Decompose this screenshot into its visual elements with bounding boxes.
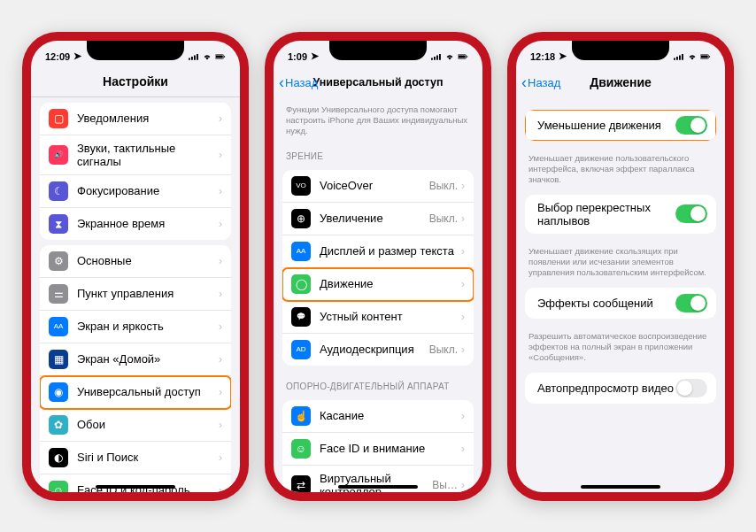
motion-toggle-row[interactable]: Эффекты сообщений [525,288,716,319]
speaker-icon: 🔊 [49,145,68,165]
svg-rect-1 [191,57,193,60]
toggle-switch[interactable] [675,116,707,135]
svg-rect-15 [676,57,678,60]
motion-toggle-row[interactable]: Уменьшение движения [525,110,716,141]
settings-row[interactable]: ☺Face ID и код-пароль› [40,474,231,492]
svg-rect-5 [216,55,223,58]
svg-rect-9 [436,55,438,59]
row-value: Выкл. [429,212,458,225]
svg-rect-10 [439,54,441,60]
motion-content[interactable]: Уменьшение движенияУменьшает движение по… [516,97,725,492]
accessibility-row[interactable]: 💬Устный контент› [282,301,474,334]
wifi-icon [202,52,212,61]
chevron-right-icon: › [219,218,222,230]
motion-icon: ◯ [291,274,311,294]
accessibility-row[interactable]: ⊕УвеличениеВыкл.› [282,203,474,235]
battery-icon [458,52,468,61]
battery-icon [215,52,226,61]
svg-rect-8 [434,57,436,60]
back-label: Назад [285,75,318,89]
aa-icon: AA [49,317,68,336]
signal-icon [189,52,199,61]
row-label: Обои [77,418,219,431]
face-icon: ☺ [291,439,311,459]
row-label: Касание [320,409,461,422]
accessibility-row[interactable]: ◯Движение› [282,268,474,301]
row-label: Звуки, тактильные сигналы [77,142,219,168]
accessibility-content[interactable]: Функции Универсального доступа помогают … [274,97,482,492]
row-label: Автопредпросмотр видео [537,382,675,395]
section-vision: ЗРЕНИЕ [274,141,482,165]
row-label: Дисплей и размер текста [320,244,461,258]
row-label: Аудиодескрипция [320,343,429,356]
chevron-right-icon: › [461,180,465,192]
chevron-right-icon: › [461,443,465,455]
motion-toggle-row[interactable]: Выбор перекрестных наплывов [525,195,716,234]
settings-row[interactable]: ⚙Основные› [40,245,231,278]
signal-icon [674,52,684,61]
footer-text: Уменьшает движение пользовательского инт… [516,146,725,189]
row-label: Фокусирование [77,184,219,197]
settings-row[interactable]: 🔊Звуки, тактильные сигналы› [40,135,231,175]
settings-row[interactable]: AAЭкран и яркость› [40,311,231,343]
vo-icon: VO [291,176,311,196]
settings-row[interactable]: ◐Siri и Поиск› [40,442,231,474]
row-label: Siri и Поиск [77,451,219,464]
toggle-switch[interactable] [675,379,707,397]
toggle-switch[interactable] [675,294,707,312]
row-label: Движение [320,277,461,290]
chevron-right-icon: › [219,386,222,398]
chevron-left-icon: ‹ [279,73,284,91]
footer-text: Уменьшает движение скользящих при появле… [516,239,725,282]
accessibility-row[interactable]: ☺Face ID и внимание› [282,433,474,466]
accessibility-row[interactable]: VOVoiceOverВыкл.› [282,170,474,203]
motion-toggle-row[interactable]: Автопредпросмотр видео [525,373,716,404]
svg-rect-7 [431,58,433,59]
chevron-right-icon: › [461,245,465,258]
accessibility-row[interactable]: ☝Касание› [282,400,474,433]
row-label: Уменьшение движения [537,119,675,132]
settings-content[interactable]: ▢Уведомления›🔊Звуки, тактильные сигналы›… [31,97,240,492]
settings-row[interactable]: ⚌Пункт управления› [40,278,231,311]
chevron-right-icon: › [219,484,222,492]
settings-row[interactable]: ✿Обои› [40,409,231,442]
settings-row[interactable]: ▦Экран «Домой»› [40,343,231,376]
row-value: Выкл. [429,343,458,356]
settings-row[interactable]: ⧗Экранное время› [40,208,231,240]
accessibility-row[interactable]: AAДисплей и размер текста› [282,235,474,268]
row-label: Экран и яркость [77,320,219,333]
back-label: Назад [528,75,560,89]
chevron-right-icon: › [219,353,222,366]
page-title: Настройки [103,74,168,89]
svg-rect-3 [197,54,198,60]
back-button[interactable]: ‹ Назад [521,73,560,91]
accessibility-row[interactable]: ADАудиодескрипцияВыкл.› [282,334,474,366]
grid-icon: ▦ [49,350,68,369]
settings-row[interactable]: ◉Универсальный доступ› [40,376,231,409]
toggle-switch[interactable] [675,204,707,223]
location-icon: ➤ [73,50,81,62]
description: Функции Универсального доступа помогают … [274,97,482,141]
chevron-right-icon: › [219,451,222,464]
back-button[interactable]: ‹ Назад [279,73,318,91]
settings-row[interactable]: ▢Уведомления› [40,103,231,135]
svg-rect-6 [224,56,225,58]
status-time: 1:09 [288,51,307,62]
svg-rect-14 [674,58,675,59]
aa-icon: AA [291,242,311,261]
chevron-right-icon: › [461,278,465,290]
row-label: Экран «Домой» [77,352,219,366]
switch-icon: ⇄ [291,475,311,492]
chevron-right-icon: › [219,255,222,267]
footer-text: Разрешить автоматическое воспроизведение… [516,324,725,367]
phone-settings-main: 12:09 ➤ Настройки ▢Уведомления›🔊Звуки, т… [22,32,249,501]
chevron-right-icon: › [461,410,465,422]
navbar: Настройки [31,67,240,97]
location-icon: ➤ [559,50,567,62]
settings-row[interactable]: ☾Фокусирование› [40,175,231,208]
status-time: 12:18 [530,51,555,62]
chevron-right-icon: › [219,112,222,125]
chevron-right-icon: › [219,419,222,431]
home-indicator [338,485,418,489]
svg-rect-0 [189,58,190,59]
